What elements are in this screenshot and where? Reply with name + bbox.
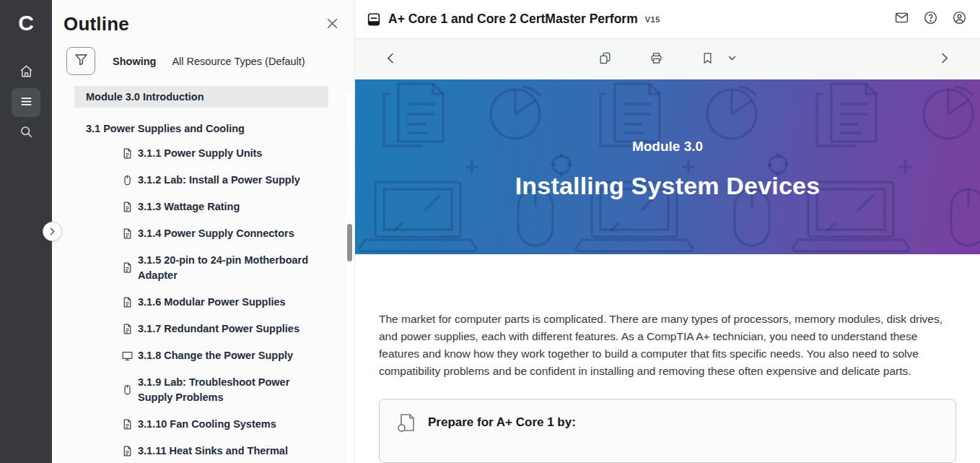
print-icon bbox=[649, 51, 663, 68]
menu-icon bbox=[19, 94, 34, 112]
module-number: Module 3.0 bbox=[632, 139, 703, 155]
lab-mouse-icon bbox=[121, 173, 134, 188]
outline-list: Module 3.0 Introduction 3.1 Power Suppli… bbox=[74, 86, 328, 459]
help-button[interactable] bbox=[923, 10, 938, 28]
outline-item[interactable]: 3.1.7 Redundant Power Supplies bbox=[74, 321, 328, 337]
outline-item[interactable]: 3.1.5 20-pin to 24-pin Motherboard Adapt… bbox=[74, 253, 328, 283]
outline-item-label: 3.1.3 Wattage Rating bbox=[138, 199, 240, 215]
filter-value[interactable]: All Resource Types (Default) bbox=[172, 56, 305, 67]
outline-item[interactable]: 3.1.9 Lab: Troubleshoot Power Supply Pro… bbox=[74, 375, 328, 405]
outline-item[interactable]: 3.1.4 Power Supply Connectors bbox=[74, 226, 328, 241]
outline-scrollbar[interactable] bbox=[346, 94, 354, 463]
outline-item[interactable]: 3.1.3 Wattage Rating bbox=[74, 199, 328, 215]
module-hero-banner: Module 3.0 Installing System Devices bbox=[355, 79, 980, 254]
chevron-right-icon bbox=[48, 225, 56, 238]
filter-row: Showing All Resource Types (Default) bbox=[66, 47, 354, 75]
search-button[interactable] bbox=[12, 118, 40, 147]
copy-icon bbox=[598, 51, 612, 68]
document-gear-icon bbox=[395, 412, 417, 433]
funnel-icon bbox=[74, 52, 89, 70]
lesson-body: The market for computer parts is complic… bbox=[355, 254, 980, 463]
course-book-icon bbox=[366, 12, 382, 27]
outline-item[interactable]: 3.1.11 Heat Sinks and Thermal bbox=[74, 443, 328, 459]
previous-page-button[interactable] bbox=[384, 51, 398, 68]
account-button[interactable] bbox=[952, 10, 967, 28]
filter-button[interactable] bbox=[66, 47, 95, 75]
prepare-heading: Prepare for A+ Core 1 by: bbox=[428, 415, 576, 430]
next-page-button[interactable] bbox=[937, 51, 951, 68]
outline-item-label: 3.1.11 Heat Sinks and Thermal bbox=[138, 443, 288, 459]
intro-paragraph: The market for computer parts is complic… bbox=[379, 311, 956, 380]
outline-scrollbar-thumb[interactable] bbox=[347, 224, 352, 261]
document-icon bbox=[121, 261, 134, 275]
outline-item-label: 3.1.5 20-pin to 24-pin Motherboard Adapt… bbox=[138, 253, 311, 283]
document-icon bbox=[121, 444, 134, 459]
print-button[interactable] bbox=[649, 51, 663, 68]
bookmark-icon bbox=[701, 51, 714, 68]
outline-item-label: 3.1.7 Redundant Power Supplies bbox=[138, 321, 299, 337]
outline-item-label: 3.1.1 Power Supply Units bbox=[138, 146, 262, 161]
outline-item-label: 3.1.9 Lab: Troubleshoot Power Supply Pro… bbox=[138, 375, 311, 405]
bookmark-button[interactable] bbox=[701, 51, 714, 68]
chevron-right-icon bbox=[937, 51, 951, 68]
chevron-left-icon bbox=[384, 51, 398, 68]
messages-button[interactable] bbox=[894, 10, 909, 28]
chevron-down-icon bbox=[727, 53, 737, 66]
document-icon bbox=[121, 417, 134, 432]
comptia-logo: C bbox=[18, 7, 34, 39]
search-icon bbox=[19, 124, 34, 142]
close-outline-button[interactable] bbox=[326, 17, 338, 33]
close-icon bbox=[326, 20, 338, 32]
prepare-card: Prepare for A+ Core 1 by: bbox=[379, 399, 956, 463]
outline-item-label: 3.1.10 Fan Cooling Systems bbox=[138, 417, 276, 432]
document-icon bbox=[121, 200, 134, 215]
help-icon bbox=[923, 10, 938, 28]
copy-button[interactable] bbox=[598, 51, 612, 68]
outline-title: Outline bbox=[64, 13, 129, 35]
home-icon bbox=[19, 64, 34, 82]
showing-label: Showing bbox=[113, 56, 156, 67]
bookmark-menu-button[interactable] bbox=[727, 53, 737, 66]
outline-item[interactable]: 3.1.6 Modular Power Supplies bbox=[74, 295, 328, 310]
main-content: A+ Core 1 and Core 2 CertMaster Perform … bbox=[355, 0, 980, 463]
panel-collapse-handle[interactable] bbox=[43, 222, 62, 241]
outline-item-label: 3.1.2 Lab: Install a Power Supply bbox=[138, 173, 300, 188]
course-title: A+ Core 1 and Core 2 CertMaster Perform bbox=[388, 12, 638, 27]
outline-item[interactable]: 3.1.2 Lab: Install a Power Supply bbox=[74, 173, 328, 188]
app-window: C Outline Showing All Resource Types (De… bbox=[0, 0, 980, 463]
mail-icon bbox=[894, 10, 909, 28]
course-header: A+ Core 1 and Core 2 CertMaster Perform … bbox=[355, 0, 980, 39]
document-icon bbox=[121, 147, 134, 161]
module-title: Installing System Devices bbox=[515, 172, 821, 200]
course-version-badge: V15 bbox=[645, 15, 660, 24]
outline-item-selected[interactable]: Module 3.0 Introduction bbox=[74, 86, 328, 108]
document-icon bbox=[121, 227, 134, 241]
outline-item[interactable]: 3.1.1 Power Supply Units bbox=[74, 146, 328, 161]
outline-panel: Outline Showing All Resource Types (Defa… bbox=[52, 0, 355, 463]
outline-item[interactable]: 3.1.8 Change the Power Supply bbox=[74, 348, 328, 363]
outline-item-label: 3.1.4 Power Supply Connectors bbox=[138, 226, 294, 241]
outline-section-header[interactable]: 3.1 Power Supplies and Cooling bbox=[74, 123, 328, 134]
document-icon bbox=[121, 295, 134, 310]
outline-item-label: 3.1.6 Modular Power Supplies bbox=[138, 295, 286, 310]
lab-mouse-icon bbox=[121, 383, 134, 397]
account-icon bbox=[952, 10, 967, 28]
simulation-monitor-icon bbox=[121, 349, 134, 363]
outline-item-label: 3.1.8 Change the Power Supply bbox=[138, 348, 293, 363]
home-button[interactable] bbox=[12, 58, 40, 87]
outline-menu-button[interactable] bbox=[12, 88, 40, 117]
outline-item[interactable]: 3.1.10 Fan Cooling Systems bbox=[74, 417, 328, 432]
reader-toolbar bbox=[355, 39, 980, 79]
document-icon bbox=[121, 322, 134, 337]
